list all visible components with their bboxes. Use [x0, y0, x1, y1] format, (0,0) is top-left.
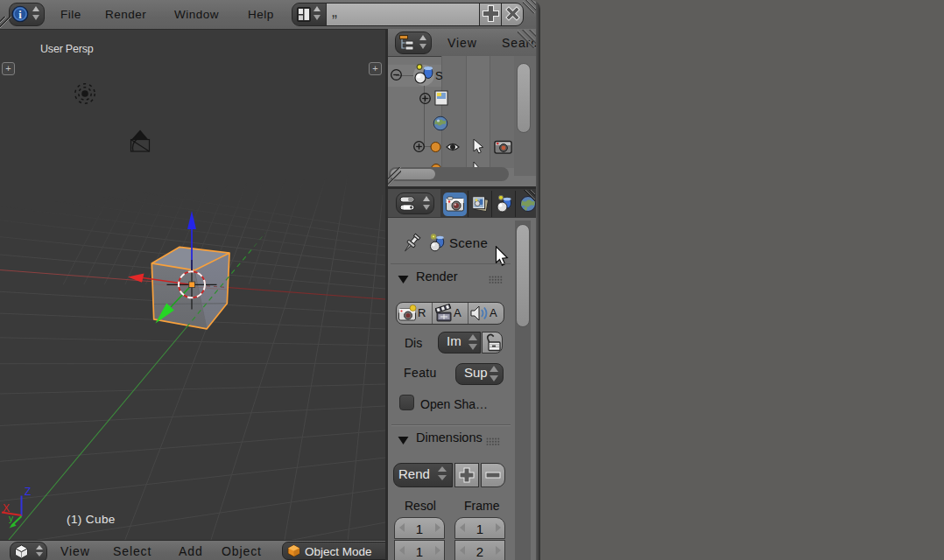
svg-text:Z: Z	[25, 486, 31, 498]
svg-text:i: i	[18, 9, 22, 21]
svg-text:y: y	[9, 513, 14, 523]
